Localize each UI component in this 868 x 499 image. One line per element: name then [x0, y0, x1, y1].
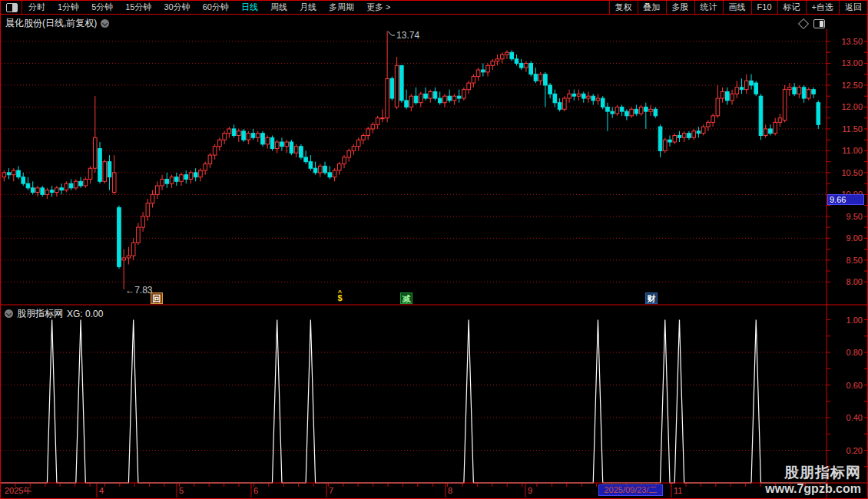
chevron-down-icon[interactable]: [101, 19, 109, 28]
time-axis-label: 7: [329, 486, 333, 496]
indicator-header-row: 股朋指标网 XG: 0.00: [5, 307, 103, 320]
indicator-axis-label: 0.40: [827, 413, 863, 422]
indicator-axis-label: 1.00: [827, 316, 863, 325]
time-axis-label: 6: [253, 486, 258, 496]
toolbar-period-日线[interactable]: 日线: [235, 1, 264, 14]
toolbar-period-60分钟[interactable]: 60分钟: [197, 1, 235, 14]
time-axis-label: 8: [448, 486, 452, 496]
price-axis-label: 13.50: [827, 37, 863, 46]
price-axis-label: 8.50: [827, 256, 863, 265]
top-toolbar: 分时1分钟5分钟15分钟30分钟60分钟日线周线月线多周期更多 > 复权叠加多股…: [1, 1, 867, 15]
low-annotation: ←7.83: [125, 285, 153, 296]
marker-hui-icon[interactable]: 回: [151, 292, 163, 304]
action-toolbar: 复权叠加多股统计画线F10标记+自选返回: [609, 1, 867, 14]
watermark: 股朋指标网 www.7gpzb.com: [765, 464, 861, 497]
toolbar-action-复权[interactable]: 复权: [610, 1, 638, 14]
indicator-axis-label: 0.20: [827, 446, 863, 455]
layout-toggle-icon[interactable]: [6, 3, 18, 12]
price-axis-label: 10.50: [827, 168, 863, 177]
toolbar-action-画线[interactable]: 画线: [724, 1, 751, 14]
toolbar-period-月线[interactable]: 月线: [293, 1, 323, 14]
current-price-badge: 9.66: [827, 194, 864, 205]
indicator-name: 股朋指标网: [17, 307, 63, 320]
watermark-url: www.7gpzb.com: [765, 481, 861, 497]
candlestick-chart[interactable]: 13.74←7.83: [1, 1, 868, 499]
price-axis-label: 12.50: [827, 81, 863, 90]
price-axis-label: 12.00: [827, 102, 863, 111]
marker-dollar-icon[interactable]: $^: [334, 292, 346, 304]
time-axis-label: 5: [179, 486, 184, 496]
selected-date-badge: 2025/09/23/二: [598, 484, 663, 496]
price-axis-label: 9.50: [827, 212, 863, 221]
app-window: 分时1分钟5分钟15分钟30分钟60分钟日线周线月线多周期更多 > 复权叠加多股…: [0, 0, 868, 499]
toolbar-action-统计[interactable]: 统计: [695, 1, 723, 14]
toolbar-action-F10[interactable]: F10: [752, 1, 777, 14]
price-axis-label: 11.00: [827, 146, 863, 155]
marker-jian-icon[interactable]: 减: [400, 292, 412, 304]
toolbar-action-标记[interactable]: 标记: [778, 1, 806, 14]
time-axis-label: 9: [528, 486, 532, 496]
toolbar-period-1分钟[interactable]: 1分钟: [51, 1, 85, 14]
toolbar-period-15分钟[interactable]: 15分钟: [119, 1, 157, 14]
indicator-axis-label: 0.80: [827, 348, 863, 357]
toolbar-action-叠加[interactable]: 叠加: [638, 1, 666, 14]
toolbar-period-多周期[interactable]: 多周期: [323, 1, 360, 14]
price-axis-label: 11.50: [827, 124, 863, 134]
indicator-axis-label: 0.60: [827, 381, 863, 390]
time-axis-label: 11: [674, 486, 682, 496]
toolbar-period-5分钟[interactable]: 5分钟: [85, 1, 119, 14]
chart-corner-icons: [800, 19, 825, 28]
period-toolbar: 分时1分钟5分钟15分钟30分钟60分钟日线周线月线多周期更多 >: [1, 1, 396, 14]
toolbar-action-多股[interactable]: 多股: [667, 1, 694, 14]
time-axis-label: 4: [99, 486, 104, 496]
toolbar-period-更多 >[interactable]: 更多 >: [360, 1, 396, 14]
time-axis-label: 2025年: [5, 486, 31, 496]
toolbar-period-30分钟[interactable]: 30分钟: [158, 1, 197, 14]
split-panel-icon[interactable]: [813, 19, 825, 28]
watermark-site-name: 股朋指标网: [765, 464, 861, 481]
diamond-icon[interactable]: [798, 18, 809, 29]
toolbar-period-分时[interactable]: 分时: [22, 1, 51, 14]
page-title: 晨化股份(日线,前复权): [5, 17, 97, 30]
marker-cai-icon[interactable]: 财: [645, 292, 658, 304]
chart-title-row: 晨化股份(日线,前复权): [5, 17, 109, 30]
toolbar-period-周线[interactable]: 周线: [264, 1, 293, 14]
high-annotation: 13.74: [396, 30, 419, 41]
indicator-value: XG: 0.00: [67, 309, 103, 319]
toolbar-action-+自选[interactable]: +自选: [807, 1, 839, 14]
price-axis-label: 13.00: [827, 58, 863, 68]
price-axis-label: 9.00: [827, 233, 863, 243]
chevron-down-icon[interactable]: [5, 309, 13, 318]
price-axis-label: 8.00: [827, 277, 863, 286]
toolbar-action-返回[interactable]: 返回: [840, 1, 867, 14]
